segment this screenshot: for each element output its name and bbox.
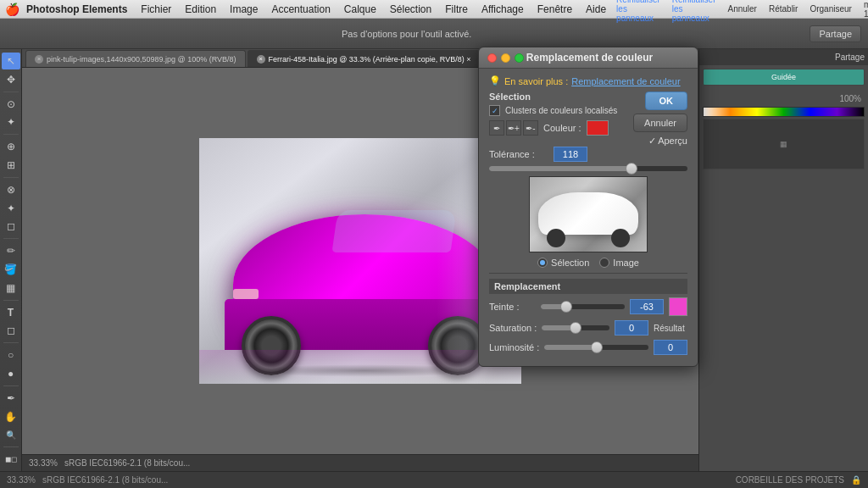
result-swatch[interactable] [669, 297, 687, 316]
eyedropper-tool[interactable]: ✒ [2, 390, 20, 407]
luminosite-slider[interactable] [544, 345, 648, 350]
teinte-slider[interactable] [541, 304, 625, 309]
lasso-tool[interactable]: ⊙ [2, 96, 20, 113]
couleur-label: Couleur : [543, 123, 581, 133]
menu-filtre[interactable]: Filtre [438, 0, 475, 19]
magic-wand-tool[interactable]: ✦ [2, 114, 20, 130]
menu-organiser[interactable]: Organiseur [806, 4, 854, 14]
luminosite-row: Luminosité : 0 [489, 340, 687, 355]
saturation-slider[interactable] [542, 325, 609, 330]
tool-separator-6 [3, 342, 19, 343]
panel-tab-guidee[interactable]: Guidée [703, 69, 865, 86]
statusbar-zoom: 33.33% [7, 475, 36, 485]
teinte-label: Teinte : [489, 302, 536, 312]
shape-tool[interactable]: ◻ [2, 323, 20, 340]
menu-fichier[interactable]: Fichier [134, 0, 178, 19]
menu-retablir[interactable]: Rétablir [765, 4, 801, 14]
dialog-help-row: 💡 En savoir plus : Remplacement de coule… [489, 75, 687, 86]
partage-button[interactable]: Partage [810, 25, 861, 42]
brush-tool[interactable]: ✏ [2, 242, 20, 259]
lock-icon: 🔒 [851, 475, 861, 485]
radio-selection-label: Sélection [551, 258, 589, 268]
menu-calque[interactable]: Calque [337, 0, 383, 19]
color-icon-1[interactable]: ✒ [489, 120, 504, 136]
tolerance-value[interactable]: 118 [554, 147, 587, 162]
radio-selection-btn[interactable] [537, 258, 548, 268]
ok-button[interactable]: OK [645, 92, 688, 110]
dialog-title: Remplacement de couleur [526, 52, 653, 64]
paint-bucket-tool[interactable]: 🪣 [2, 261, 20, 278]
selection-section-row: Sélection ✓ Clusters de couleurs localis… [489, 92, 687, 147]
saturation-row: Saturation : 0 Résultat [489, 320, 687, 336]
tab-label-1: pink-tulip-images,1440x900,50989.jpg @ 1… [47, 55, 236, 64]
menu-fenetre[interactable]: Fenêtre [531, 0, 579, 19]
help-link[interactable]: Remplacement de couleur [571, 76, 680, 86]
tolerance-slider[interactable] [489, 166, 687, 171]
color-picker-icons: ✒ ✒+ ✒- [489, 120, 538, 136]
info-icon: 💡 [489, 75, 501, 86]
clone-tool[interactable]: ✦ [2, 200, 20, 217]
tab-close-2[interactable]: × [257, 55, 265, 64]
menu-image[interactable]: Image [223, 0, 264, 19]
clusters-checkbox[interactable]: ✓ [489, 105, 500, 116]
partage-label: Partage [835, 53, 865, 62]
tab-close-1[interactable]: × [35, 55, 43, 64]
panel-tabs: Guidée [699, 65, 868, 89]
canvas-statusbar: 33.33% sRGB IEC61966-2.1 (8 bits/cou... [22, 454, 698, 471]
panel-content: 100% ▦ [699, 89, 868, 471]
main-area: ↖ ✥ ⊙ ✦ ⊕ ⊞ ⊗ ✦ ◻ ✏ 🪣 ▦ T ◻ ○ ● ✒ ✋ 🔍 ◼◻… [0, 49, 868, 471]
menu-reset-panels[interactable]: Réinitialiser les panneaux [613, 0, 664, 23]
color-swatch-red[interactable] [587, 120, 609, 136]
menu-cancel[interactable]: Annuler [724, 4, 760, 14]
dialog-minimize-button[interactable] [501, 53, 510, 63]
tab-pink-tulip[interactable]: × pink-tulip-images,1440x900,50989.jpg @… [25, 50, 246, 67]
toolbar: Pas d'options pour l'outil activé. Parta… [0, 19, 868, 49]
selection-left: Sélection ✓ Clusters de couleurs localis… [489, 92, 628, 140]
menu-aide[interactable]: Aide [579, 0, 613, 19]
radio-image-label: Image [613, 258, 639, 268]
move-tool[interactable]: ✥ [2, 71, 20, 88]
menu-affichage[interactable]: Affichage [475, 0, 531, 19]
text-tool[interactable]: T [2, 304, 20, 321]
menu-app-name[interactable]: Photoshop Elements [19, 0, 134, 19]
arrow-tool[interactable]: ↖ [2, 53, 20, 69]
toolbox: ↖ ✥ ⊙ ✦ ⊕ ⊞ ⊗ ✦ ◻ ✏ 🪣 ▦ T ◻ ○ ● ✒ ✋ 🔍 ◼◻ [0, 49, 22, 471]
dodge-tool[interactable]: ● [2, 365, 20, 382]
cancel-button[interactable]: Annuler [633, 114, 687, 132]
color-icon-3[interactable]: ✒- [523, 120, 538, 136]
hand-tool[interactable]: ✋ [2, 408, 20, 425]
apercu-label: ✓ Aperçu [648, 136, 687, 147]
fg-bg-colors[interactable]: ◼◻ [2, 451, 20, 468]
dialog-close-button[interactable] [487, 53, 497, 63]
tab-ferrari[interactable]: × Ferrari-458-Italia.jpg @ 33.3% (Arrièr… [248, 50, 481, 67]
statusbar-corbeille: CORBEILLE DES PROJETS [736, 475, 844, 485]
recompose-tool[interactable]: ⊞ [2, 157, 20, 174]
menu-accentuation[interactable]: Accentuation [264, 0, 337, 19]
canvas-image[interactable] [199, 138, 521, 384]
radio-selection[interactable]: Sélection [537, 258, 589, 268]
saturation-value[interactable]: 0 [615, 320, 648, 336]
tool-separator-7 [3, 385, 19, 386]
dialog-body: 💡 En savoir plus : Remplacement de coule… [479, 69, 698, 366]
dialog-maximize-button[interactable] [515, 53, 524, 63]
color-strip [703, 107, 865, 117]
apercu-checkbox-row[interactable]: ✓ Aperçu [648, 136, 687, 147]
menu-edition[interactable]: Edition [178, 0, 223, 19]
teinte-value[interactable]: -63 [630, 299, 664, 314]
menu-selection[interactable]: Sélection [383, 0, 438, 19]
clusters-row: ✓ Clusters de couleurs localisés [489, 105, 628, 116]
crop-tool[interactable]: ⊕ [2, 138, 20, 155]
tab-label-2: Ferrari-458-Italia.jpg @ 33.3% (Arrière-… [269, 55, 471, 64]
menu-reset-text[interactable]: Réinitialiser les panneaux [669, 0, 720, 23]
radio-image[interactable]: Image [599, 258, 639, 268]
color-icon-2[interactable]: ✒+ [506, 120, 521, 136]
zoom-tool[interactable]: 🔍 [2, 427, 20, 444]
gradient-tool[interactable]: ▦ [2, 280, 20, 297]
spot-heal-tool[interactable]: ⊗ [2, 181, 20, 198]
blur-tool[interactable]: ○ [2, 347, 20, 363]
radio-image-btn[interactable] [599, 258, 609, 268]
apple-menu[interactable]: 🍎 [5, 3, 19, 16]
tool-separator-4 [3, 238, 19, 239]
eraser-tool[interactable]: ◻ [2, 218, 20, 235]
luminosite-value[interactable]: 0 [654, 340, 687, 355]
